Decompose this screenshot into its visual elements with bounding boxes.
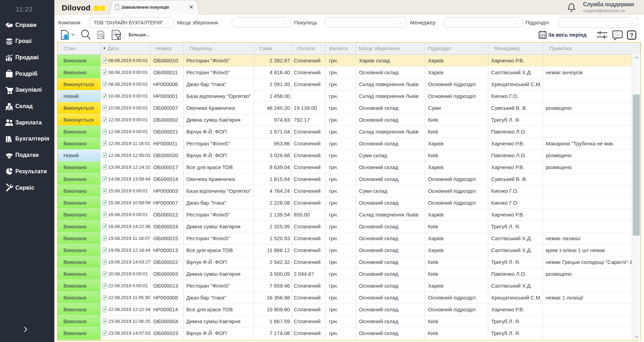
svg-text:i: i <box>66 35 67 40</box>
svg-text:?: ? <box>630 32 634 38</box>
